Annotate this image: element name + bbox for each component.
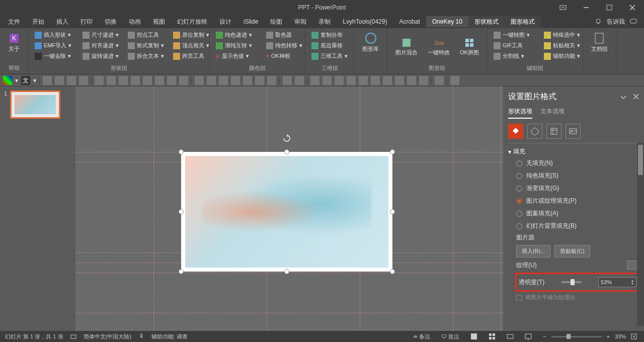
- bottom-shift-button[interactable]: 底边垂移: [309, 41, 350, 50]
- inplace-copy-button[interactable]: 原位复制 ▾: [171, 30, 211, 40]
- tab-animation[interactable]: 动画: [123, 16, 147, 28]
- picture-icon[interactable]: [566, 124, 581, 139]
- paste-related-button[interactable]: 粘贴相关 ▾: [542, 41, 582, 50]
- radio-picture-texture[interactable]: 图片或纹理填充(P): [516, 197, 642, 205]
- tab-slideshow[interactable]: 幻灯片放映: [171, 16, 213, 28]
- tellme-label[interactable]: 告诉我: [607, 18, 625, 26]
- about-button[interactable]: K 关于: [4, 30, 24, 55]
- qt-btn-23[interactable]: [323, 76, 332, 85]
- qt-btn-13[interactable]: [195, 76, 204, 85]
- notes-button[interactable]: ≐ 备注: [411, 333, 432, 340]
- qt-btn-21[interactable]: [295, 76, 304, 85]
- panel-dropdown-icon[interactable]: [620, 94, 627, 101]
- control-tool-button[interactable]: 控点工具: [126, 30, 166, 40]
- qt-btn-27[interactable]: [371, 76, 380, 85]
- threed-tool-button[interactable]: 三维工具 ▾: [309, 51, 350, 61]
- qt-btn-17[interactable]: [243, 76, 252, 85]
- img-blend-button[interactable]: 图片混合: [391, 30, 422, 63]
- text-tool-icon[interactable]: 文: [21, 76, 30, 85]
- align-step-button[interactable]: 对齐递进 ▾: [80, 41, 121, 50]
- shapelib-button[interactable]: 图形库: [358, 30, 383, 55]
- zoom-slider[interactable]: [551, 336, 602, 337]
- docgroup-button[interactable]: 文档组: [587, 30, 612, 55]
- lang-icon[interactable]: [70, 333, 76, 339]
- radio-pattern[interactable]: 图案填充(A): [516, 209, 642, 218]
- one-effect-button[interactable]: Duang一键特效: [424, 30, 454, 63]
- accessibility-icon[interactable]: [138, 333, 144, 339]
- qt-btn-11[interactable]: [167, 76, 176, 85]
- size-step-button[interactable]: 尺寸递进 ▾: [80, 30, 121, 40]
- vertex-button[interactable]: 顶点相关 ▾: [171, 41, 211, 50]
- qt-btn-1[interactable]: [43, 76, 52, 85]
- split-text-button[interactable]: 拆合文本 ▾: [126, 51, 166, 61]
- fill-section-header[interactable]: ▾填充: [508, 147, 642, 156]
- qt-btn-7[interactable]: [119, 76, 128, 85]
- lightbulb-icon[interactable]: [595, 18, 602, 25]
- tab-shapeformat[interactable]: 形状格式: [468, 16, 505, 28]
- view-reading-icon[interactable]: [505, 333, 516, 340]
- qt-btn-18[interactable]: [255, 76, 264, 85]
- ok-frame-button[interactable]: ▾ OK神框: [264, 51, 304, 61]
- tab-review[interactable]: 审阅: [288, 16, 312, 28]
- view-normal-icon[interactable]: [468, 333, 479, 340]
- resize-handle-e[interactable]: [390, 209, 395, 214]
- comment-icon[interactable]: [630, 18, 637, 25]
- rotate-step-button[interactable]: 旋转递进 ▾: [80, 51, 121, 61]
- tab-pictureformat[interactable]: 图形格式: [505, 16, 541, 28]
- qt-btn-3[interactable]: [67, 76, 76, 85]
- tab-print[interactable]: 打印: [74, 16, 99, 28]
- view-slideshow-icon[interactable]: [523, 333, 534, 340]
- effects-icon[interactable]: [527, 124, 542, 139]
- transparency-input[interactable]: 53% ▲▼: [598, 277, 636, 287]
- tab-transition[interactable]: 切换: [99, 16, 123, 28]
- eyedropper-button[interactable]: 取色器: [264, 30, 304, 40]
- qt-btn-25[interactable]: [347, 76, 356, 85]
- qt-btn-16[interactable]: [231, 76, 240, 85]
- minimize-icon[interactable]: [575, 0, 598, 15]
- qt-btn-19[interactable]: [267, 76, 276, 85]
- qt-btn-22[interactable]: [310, 76, 319, 85]
- tab-view[interactable]: 视图: [147, 16, 171, 28]
- qt-btn-28[interactable]: [383, 76, 392, 85]
- resize-handle-w[interactable]: [179, 209, 184, 214]
- matrix-copy-button[interactable]: 矩式复制 ▾: [126, 41, 166, 50]
- close-icon[interactable]: [621, 0, 644, 15]
- fit-window-icon[interactable]: [629, 333, 639, 339]
- tab-islide[interactable]: iSlide: [237, 16, 264, 27]
- tab-home[interactable]: 开始: [26, 16, 50, 28]
- resize-handle-nw[interactable]: [179, 149, 184, 154]
- resize-handle-s[interactable]: [284, 269, 289, 274]
- resize-handle-n[interactable]: [284, 149, 289, 154]
- qt-btn-4[interactable]: [79, 76, 88, 85]
- accessibility-label[interactable]: 辅助功能: 调查: [151, 333, 188, 340]
- tab-onekey[interactable]: OneKey 10: [426, 16, 468, 27]
- size-icon[interactable]: [546, 124, 561, 139]
- crosspage-button[interactable]: 跨页工具: [171, 51, 211, 61]
- radio-solid[interactable]: 纯色填充(S): [516, 172, 642, 180]
- language-label[interactable]: 简体中文(中国大陆): [84, 333, 131, 340]
- aux-func-button[interactable]: 辅助功能 ▾: [542, 51, 582, 61]
- ok-puzzle-button[interactable]: OK拼图: [456, 30, 483, 63]
- tab-acrobat[interactable]: Acrobat: [393, 16, 426, 27]
- qt-btn-31[interactable]: [419, 76, 428, 85]
- resize-handle-sw[interactable]: [179, 269, 184, 274]
- radio-gradient[interactable]: 渐变填充(G): [516, 184, 642, 193]
- panel-close-icon[interactable]: [633, 94, 639, 101]
- color-transfer-button[interactable]: 纯色转移 ▾: [264, 41, 304, 50]
- tile-checkbox[interactable]: 将图片平铺为纹理(I): [516, 294, 642, 301]
- qt-btn-15[interactable]: [219, 76, 228, 85]
- qt-btn-20[interactable]: [283, 76, 292, 85]
- qt-btn-26[interactable]: [359, 76, 368, 85]
- tab-file[interactable]: 文件: [2, 16, 26, 28]
- qt-btn-24[interactable]: [335, 76, 344, 85]
- ribbon-options-icon[interactable]: [551, 0, 575, 15]
- qt-btn-6[interactable]: [107, 76, 116, 85]
- rotate-handle[interactable]: [283, 134, 291, 142]
- special-select-button[interactable]: 特殊选中 ▾: [542, 30, 582, 40]
- tab-insert[interactable]: 插入: [50, 16, 74, 28]
- zoom-in-button[interactable]: +: [605, 333, 612, 339]
- insert-button[interactable]: 插入(R)...: [516, 245, 550, 258]
- fill-icon[interactable]: [508, 124, 523, 139]
- qt-btn-2[interactable]: [55, 76, 64, 85]
- qt-btn-5[interactable]: [95, 76, 104, 85]
